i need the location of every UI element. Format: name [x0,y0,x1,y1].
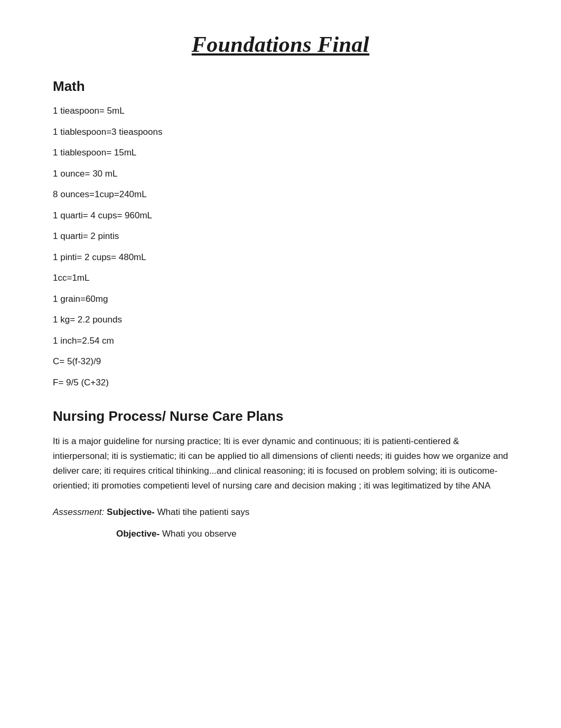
math-list-item: 1 grain=60mg [53,292,508,306]
math-list-item: 1 inch=2.54 cm [53,334,508,348]
math-list-item: 1 tiablespoon=3 tieaspoons [53,125,508,139]
math-list-item: 1 quarti= 2 pintis [53,229,508,243]
assessment-objective-line: Objective- Whati you observe [116,527,508,541]
assessment-block: Assessment: Subjective- Whati tihe patie… [53,505,508,541]
math-list-item: 1 ounce= 30 mL [53,167,508,181]
math-list-item: 1cc=1mL [53,271,508,285]
math-list-item: 1 pinti= 2 cups= 480mL [53,251,508,264]
math-list-item: C= 5(f-32)/9 [53,355,508,368]
subjective-bold: Subjective- [107,507,155,517]
objective-bold: Objective- [116,529,160,539]
math-list-item: 1 quarti= 4 cups= 960mL [53,209,508,223]
assessment-label: Assessment: [53,507,104,517]
page-title: Foundations Final [53,32,508,59]
math-section-heading: Math [53,78,508,95]
objective-text: Whati you observe [160,529,237,539]
math-list-item: 1 tiablespoon= 15mL [53,146,508,160]
math-list-item: 1 kg= 2.2 pounds [53,313,508,327]
assessment-subjective-line: Assessment: Subjective- Whati tihe patie… [53,505,508,519]
math-list-item: 8 ounces=1cup=240mL [53,188,508,201]
math-list-item: 1 tieaspoon= 5mL [53,104,508,118]
math-list: 1 tieaspoon= 5mL1 tiablespoon=3 tieaspoo… [53,104,508,389]
math-list-item: F= 9/5 (C+32) [53,376,508,390]
subjective-text: Whati tihe patienti says [155,507,250,517]
nursing-description: Iti is a major guideline for nursing pra… [53,434,508,493]
nursing-section-heading: Nursing Process/ Nurse Care Plans [53,408,508,425]
